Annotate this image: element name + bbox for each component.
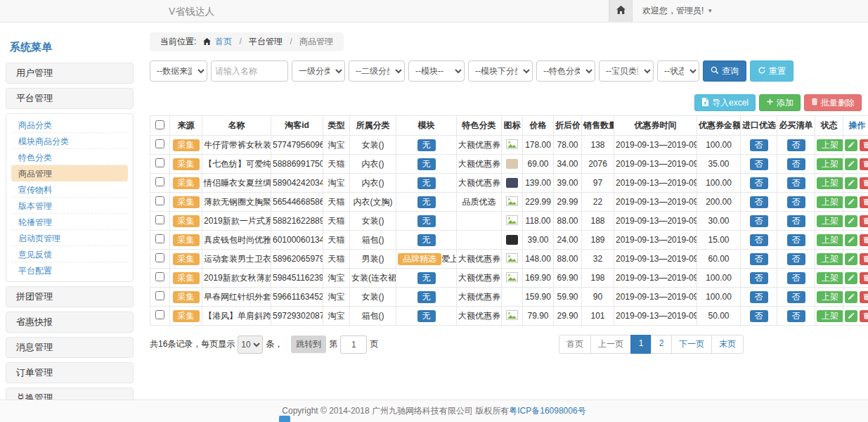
status-toggle[interactable]: 上架 (817, 158, 843, 170)
sidebar-item-goods-management[interactable]: 商品管理 (11, 165, 128, 181)
page-button-末页[interactable]: 末页 (711, 335, 744, 354)
page-button-首页[interactable]: 首页 (559, 335, 591, 354)
delete-button[interactable] (860, 272, 868, 284)
sidebar-item-feature-category[interactable]: 特色分类 (11, 149, 128, 165)
status-toggle[interactable]: 上架 (817, 215, 843, 227)
must-buy-toggle[interactable]: 否 (787, 253, 805, 265)
sidebar-item-goods-category[interactable]: 商品分类 (11, 117, 128, 133)
delete-button[interactable] (860, 215, 868, 227)
filter-module-sub-category-select[interactable]: --模块下分类-- (468, 60, 533, 82)
status-toggle[interactable]: 上架 (817, 139, 843, 151)
edit-button[interactable] (845, 234, 857, 246)
sidebar-item-promo-materials[interactable]: 宣传物料 (11, 181, 128, 198)
must-buy-toggle[interactable]: 否 (787, 310, 805, 322)
page-size-select[interactable]: 10 (238, 335, 263, 354)
search-button[interactable]: 查询 (703, 60, 746, 82)
delete-button[interactable] (860, 253, 868, 265)
edit-button[interactable] (845, 272, 857, 284)
status-toggle[interactable]: 上架 (817, 234, 843, 246)
sidebar-section-order-management[interactable]: 订单管理 (6, 362, 134, 383)
row-checkbox[interactable] (155, 272, 164, 281)
import-optional-toggle[interactable]: 否 (750, 253, 768, 265)
import-optional-toggle[interactable]: 否 (750, 196, 768, 208)
jump-page-input[interactable] (340, 335, 367, 354)
status-toggle[interactable]: 上架 (817, 272, 843, 284)
row-checkbox[interactable] (155, 253, 164, 262)
edit-button[interactable] (845, 310, 857, 322)
user-menu[interactable]: 欢迎您，管理员! ▼ (633, 0, 723, 22)
delete-button[interactable] (860, 234, 868, 246)
sidebar-section-platform-management[interactable]: 平台管理 (6, 88, 134, 109)
sidebar-section-message-management[interactable]: 消息管理 (6, 337, 134, 358)
import-optional-toggle[interactable]: 否 (750, 158, 768, 170)
import-optional-toggle[interactable]: 否 (750, 215, 768, 227)
sidebar-section-savings-express[interactable]: 省惠快报 (6, 312, 134, 333)
sidebar-section-group-buy-management[interactable]: 拼团管理 (6, 286, 134, 307)
filter-data-source-select[interactable]: --数据来源-- (150, 60, 207, 82)
edit-button[interactable] (845, 158, 857, 170)
batch-delete-button[interactable]: 批量删除 (804, 94, 862, 111)
must-buy-toggle[interactable]: 否 (787, 158, 805, 170)
status-toggle[interactable]: 上架 (817, 196, 843, 208)
edit-button[interactable] (845, 139, 857, 151)
delete-button[interactable] (860, 177, 868, 189)
import-optional-toggle[interactable]: 否 (750, 177, 768, 189)
import-optional-toggle[interactable]: 否 (750, 139, 768, 151)
filter-name-input[interactable] (211, 60, 288, 82)
status-toggle[interactable]: 上架 (817, 291, 843, 303)
breadcrumb-home-link[interactable]: 首页 (215, 37, 232, 46)
edit-button[interactable] (845, 253, 857, 265)
filter-status-select[interactable]: --状态-- (657, 60, 699, 82)
status-toggle[interactable]: 上架 (817, 310, 843, 322)
must-buy-toggle[interactable]: 否 (787, 234, 805, 246)
delete-button[interactable] (860, 158, 868, 170)
add-button[interactable]: 添加 (759, 94, 801, 111)
row-checkbox[interactable] (155, 234, 164, 243)
must-buy-toggle[interactable]: 否 (787, 139, 805, 151)
filter-level1-category-select[interactable]: 一级分类 (292, 60, 345, 82)
page-button-下一页[interactable]: 下一页 (671, 335, 712, 354)
jump-to-button[interactable]: 跳转到 (291, 335, 326, 353)
sidebar-item-splash-page-management[interactable]: 启动页管理 (11, 230, 128, 246)
page-button-2[interactable]: 2 (651, 335, 672, 354)
row-checkbox[interactable] (155, 310, 164, 319)
import-optional-toggle[interactable]: 否 (750, 291, 768, 303)
delete-button[interactable] (860, 310, 868, 322)
icp-link[interactable]: 粤ICP备16098006号 (509, 406, 585, 416)
sidebar-item-module-goods-category[interactable]: 模块商品分类 (11, 133, 128, 149)
page-button-上一页[interactable]: 上一页 (590, 335, 631, 354)
row-checkbox[interactable] (155, 196, 164, 205)
must-buy-toggle[interactable]: 否 (787, 272, 805, 284)
sidebar-section-user-management[interactable]: 用户管理 (6, 63, 134, 84)
row-checkbox[interactable] (155, 158, 164, 167)
status-toggle[interactable]: 上架 (817, 177, 843, 189)
sidebar-item-version-management[interactable]: 版本管理 (11, 198, 128, 214)
filter-item-type-select[interactable]: --宝贝类型-- (599, 60, 654, 82)
select-all-checkbox[interactable] (155, 120, 164, 129)
reset-button[interactable]: 重置 (750, 60, 793, 82)
must-buy-toggle[interactable]: 否 (787, 177, 805, 189)
must-buy-toggle[interactable]: 否 (787, 196, 805, 208)
edit-button[interactable] (845, 215, 857, 227)
import-optional-toggle[interactable]: 否 (750, 272, 768, 284)
edit-button[interactable] (845, 291, 857, 303)
sidebar-item-carousel-management[interactable]: 轮播管理 (11, 214, 128, 230)
sidebar-item-feedback[interactable]: 意见反馈 (11, 246, 128, 262)
must-buy-toggle[interactable]: 否 (787, 291, 805, 303)
status-toggle[interactable]: 上架 (817, 253, 843, 265)
home-button[interactable] (609, 0, 633, 22)
row-checkbox[interactable] (155, 215, 164, 224)
import-optional-toggle[interactable]: 否 (750, 310, 768, 322)
import-optional-toggle[interactable]: 否 (750, 234, 768, 246)
row-checkbox[interactable] (155, 177, 164, 186)
delete-button[interactable] (860, 291, 868, 303)
edit-button[interactable] (845, 177, 857, 189)
filter-module-select[interactable]: --模块-- (408, 60, 465, 82)
filter-level2-category-select[interactable]: --二级分类-- (349, 60, 405, 82)
edit-button[interactable] (845, 196, 857, 208)
import-excel-button[interactable]: 导入excel (694, 94, 756, 111)
row-checkbox[interactable] (155, 139, 164, 148)
filter-feature-category-select[interactable]: --特色分类-- (536, 60, 595, 82)
sidebar-item-platform-config[interactable]: 平台配置 (11, 262, 128, 279)
row-checkbox[interactable] (155, 291, 164, 300)
